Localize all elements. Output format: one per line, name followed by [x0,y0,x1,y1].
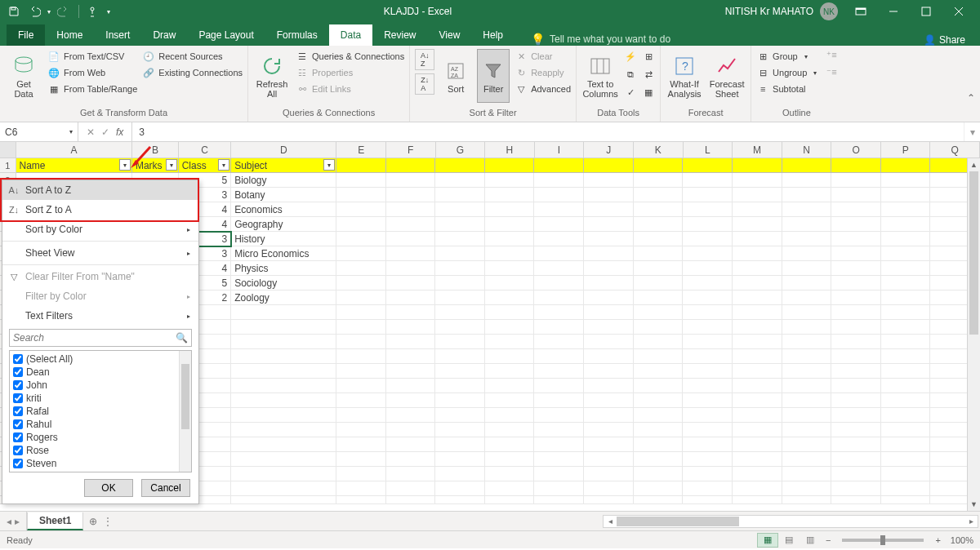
cell[interactable] [584,393,634,408]
cell[interactable] [231,305,336,320]
existing-connections[interactable]: 🔗Existing Connections [142,65,243,80]
cell[interactable] [386,217,436,232]
cell[interactable]: History [231,232,336,246]
view-page-break[interactable]: ▥ [800,533,821,548]
cell[interactable] [336,335,386,349]
cell[interactable] [634,217,684,232]
cell[interactable] [782,437,832,452]
checklist-scrollbar[interactable] [179,351,191,472]
cell[interactable] [683,393,733,408]
cell[interactable] [386,349,436,364]
properties[interactable]: ☷Properties [296,65,404,80]
cell[interactable]: Zoology [231,291,336,305]
cell[interactable] [683,320,733,335]
cell[interactable] [386,408,436,423]
sheet-nav-next[interactable]: ▸ [15,516,20,527]
scroll-down-icon[interactable]: ▼ [968,498,980,511]
cell[interactable] [683,158,733,173]
cell[interactable] [733,217,782,232]
col-header-C[interactable]: C [179,142,232,157]
cell[interactable]: Sociology [231,276,336,291]
cell[interactable] [881,335,931,349]
cell[interactable] [634,320,684,335]
get-data-button[interactable]: Get Data [5,49,42,103]
horizontal-scrollbar[interactable]: ◂ ▸ [603,515,978,528]
data-model[interactable]: ▦ [642,85,655,100]
cell[interactable] [231,496,336,504]
cell[interactable] [634,202,684,217]
cell[interactable] [782,202,832,217]
remove-duplicates[interactable]: ⧉ [624,67,637,82]
cell[interactable] [831,364,881,379]
cell[interactable] [733,467,782,481]
cell[interactable] [634,349,684,364]
scroll-thumb[interactable] [969,171,978,335]
col-header-G[interactable]: G [436,142,486,157]
cell[interactable] [634,188,684,202]
cell[interactable] [831,467,881,481]
cell[interactable] [534,379,584,393]
cell[interactable] [485,364,535,379]
cell[interactable]: Biology [231,173,336,188]
cell[interactable] [336,496,386,504]
cell[interactable] [733,423,782,437]
cell[interactable] [881,217,931,232]
cell[interactable] [683,173,733,188]
cell[interactable] [435,261,485,276]
cell[interactable] [336,349,386,364]
filter-search[interactable]: 🔍 [9,329,192,347]
tell-me[interactable]: 💡 Tell me what you want to do [531,33,670,46]
cell[interactable] [634,408,684,423]
cell[interactable] [831,246,881,261]
cell[interactable] [386,437,436,452]
cell[interactable] [584,349,634,364]
filter-dropdown-button[interactable]: ▾ [218,159,229,171]
cell[interactable] [435,335,485,349]
cell[interactable] [733,379,782,393]
clear-filter[interactable]: ✕Clear [514,49,571,64]
cell[interactable] [683,232,733,246]
cell[interactable] [634,335,684,349]
col-header-M[interactable]: M [733,142,782,157]
tab-page-layout[interactable]: Page Layout [187,24,265,46]
flash-fill[interactable]: ⚡ [624,49,637,64]
cell[interactable] [733,261,782,276]
sheet-nav-prev[interactable]: ◂ [7,516,11,527]
cell[interactable] [634,481,684,496]
cell[interactable] [782,423,832,437]
cell[interactable] [435,379,485,393]
cancel-formula-icon[interactable]: ✕ [87,126,95,138]
group-rows[interactable]: ⊞Group▾ [756,49,817,64]
cell[interactable] [881,291,931,305]
cell[interactable] [435,202,485,217]
cell[interactable] [733,291,782,305]
cell[interactable] [881,173,931,188]
filter-checkbox[interactable] [13,367,23,377]
cell[interactable] [435,246,485,261]
col-header-I[interactable]: I [535,142,585,157]
cell[interactable] [782,393,832,408]
cell[interactable] [683,202,733,217]
cell[interactable] [231,335,336,349]
cell[interactable] [485,246,535,261]
tab-draw[interactable]: Draw [141,24,187,46]
cell[interactable] [336,467,386,481]
cell[interactable] [733,349,782,364]
filter-checkbox[interactable] [13,432,23,442]
cell[interactable] [683,423,733,437]
cell[interactable]: Geography [231,217,336,232]
share-button[interactable]: 👤 Share [924,34,973,46]
cell[interactable] [231,408,336,423]
view-page-layout[interactable]: ▤ [778,533,800,548]
filter-dropdown-button[interactable]: ▾ [119,159,131,171]
maximize-button[interactable] [910,0,942,23]
cell[interactable] [386,364,436,379]
cell[interactable] [782,276,832,291]
cell[interactable] [782,261,832,276]
redo-icon[interactable] [54,2,72,20]
name-box-dropdown-icon[interactable]: ▾ [69,128,73,135]
filter-checkbox[interactable] [13,419,23,429]
recent-sources[interactable]: 🕘Recent Sources [142,49,243,64]
cell[interactable] [831,202,881,217]
queries-connections[interactable]: ☰Queries & Connections [296,49,404,64]
